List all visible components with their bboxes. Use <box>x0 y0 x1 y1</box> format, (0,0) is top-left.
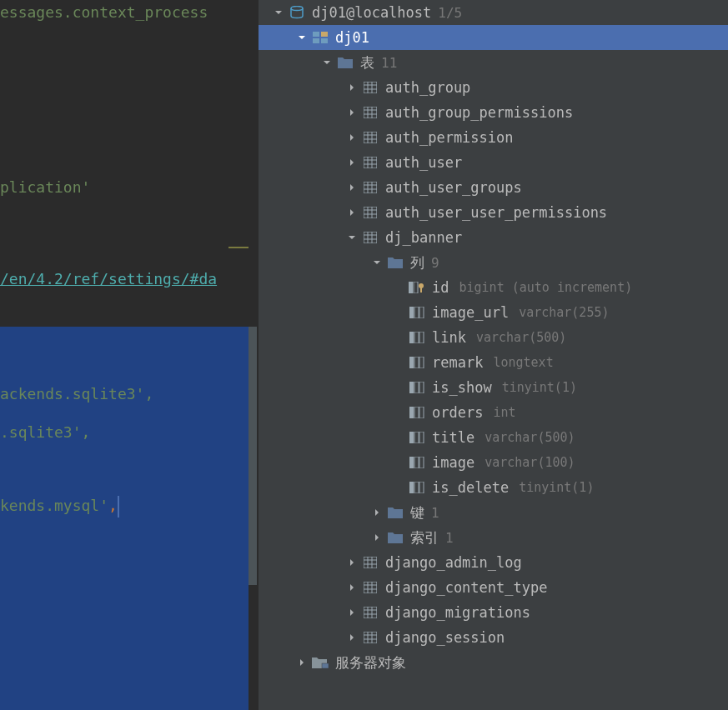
selected-code-block[interactable]: ackends.sqlite3', .sqlite3', kends.mysql… <box>0 327 249 710</box>
server-objects-label: 服务器对象 <box>335 653 406 672</box>
column-node[interactable]: image_urlvarchar(255) <box>259 300 728 325</box>
server-objects-node[interactable]: 服务器对象 <box>259 650 728 675</box>
column-label: is_show <box>432 379 492 396</box>
chevron-right-icon[interactable] <box>347 608 357 618</box>
table-label: django_admin_log <box>385 554 522 571</box>
chevron-right-icon[interactable] <box>347 582 357 592</box>
column-label: link <box>432 329 466 346</box>
column-node[interactable]: linkvarchar(500) <box>259 325 728 350</box>
column-node[interactable]: titlevarchar(500) <box>259 425 728 450</box>
folder-label: 列 <box>410 253 424 272</box>
columns-folder-node[interactable]: 列 9 <box>259 250 728 275</box>
svg-rect-61 <box>419 432 424 443</box>
chevron-down-icon[interactable] <box>372 258 382 268</box>
folder-count: 11 <box>381 55 397 71</box>
db-connection-node[interactable]: dj01@localhost 1/5 <box>259 0 728 25</box>
svg-rect-73 <box>364 582 377 593</box>
column-node[interactable]: is_showtinyint(1) <box>259 375 728 400</box>
chevron-down-icon[interactable] <box>322 58 332 68</box>
table-node[interactable]: auth_user_user_permissions <box>259 200 728 225</box>
vertical-scrollbar[interactable] <box>249 327 257 585</box>
table-node[interactable]: auth_group <box>259 75 728 100</box>
svg-rect-48 <box>414 332 419 343</box>
svg-rect-52 <box>419 357 424 368</box>
column-icon <box>409 331 425 344</box>
column-node[interactable]: ordersint <box>259 400 728 425</box>
table-node-expanded[interactable]: dj_banner <box>259 225 728 250</box>
code-line[interactable]: kends.mysql', <box>0 487 249 525</box>
schema-icon <box>312 31 329 44</box>
table-node[interactable]: auth_user <box>259 150 728 175</box>
chevron-down-icon[interactable] <box>297 32 307 42</box>
svg-rect-59 <box>409 432 414 443</box>
database-tree-panel: dj01@localhost 1/5 dj01 表 11 auth_groupa… <box>257 0 728 710</box>
chevron-right-icon[interactable] <box>347 182 357 192</box>
svg-rect-55 <box>419 382 424 393</box>
code-line[interactable]: .sqlite3', <box>0 413 249 452</box>
folder-icon <box>387 256 404 269</box>
column-icon <box>409 381 425 394</box>
column-node[interactable]: imagevarchar(100) <box>259 450 728 475</box>
column-icon <box>409 406 425 419</box>
code-line[interactable]: ackends.sqlite3', <box>0 375 249 413</box>
column-node[interactable]: remarklongtext <box>259 350 728 375</box>
svg-rect-50 <box>409 357 414 368</box>
table-node[interactable]: django_content_type <box>259 575 728 600</box>
folder-icon <box>337 56 354 69</box>
table-icon <box>362 156 379 169</box>
table-node[interactable]: auth_user_groups <box>259 175 728 200</box>
chevron-right-icon[interactable] <box>347 108 357 118</box>
column-label: image <box>432 454 474 471</box>
table-icon <box>362 81 379 94</box>
chevron-right-icon[interactable] <box>347 82 357 92</box>
svg-rect-63 <box>414 457 419 468</box>
column-node[interactable]: is_deletetinyint(1) <box>259 475 728 500</box>
svg-rect-62 <box>409 457 414 468</box>
table-icon <box>362 231 379 244</box>
chevron-right-icon[interactable] <box>347 158 357 168</box>
table-node[interactable]: auth_group_permissions <box>259 100 728 125</box>
chevron-right-icon[interactable] <box>347 132 357 142</box>
column-node[interactable]: idbigint (auto increment) <box>259 275 728 300</box>
chevron-down-icon[interactable] <box>274 8 284 18</box>
column-icon <box>409 481 425 494</box>
chevron-right-icon[interactable] <box>372 508 382 518</box>
chevron-right-icon[interactable] <box>347 632 357 642</box>
column-label: title <box>432 429 474 446</box>
tables-folder-node[interactable]: 表 11 <box>259 50 728 75</box>
indexes-folder-node[interactable]: 索引 1 <box>259 525 728 550</box>
svg-rect-2 <box>321 32 328 37</box>
table-label: auth_user <box>385 154 462 171</box>
svg-rect-35 <box>364 232 377 243</box>
column-type: tinyint(1) <box>519 480 594 495</box>
chevron-right-icon[interactable] <box>372 532 382 542</box>
svg-rect-3 <box>313 38 319 43</box>
svg-rect-46 <box>419 307 424 318</box>
folder-count: 1 <box>431 505 439 521</box>
chevron-down-icon[interactable] <box>347 232 357 242</box>
folder-count: 1 <box>445 530 454 546</box>
column-type: varchar(255) <box>519 305 609 320</box>
connection-label: dj01@localhost <box>312 4 431 21</box>
chevron-right-icon[interactable] <box>347 208 357 218</box>
column-type: tinyint(1) <box>502 380 577 395</box>
table-node[interactable]: django_admin_log <box>259 550 728 575</box>
svg-rect-20 <box>364 157 377 168</box>
table-label: auth_user_groups <box>385 179 522 196</box>
chevron-right-icon[interactable] <box>347 558 357 568</box>
code-line[interactable]: essages.context_process <box>0 0 257 25</box>
svg-rect-56 <box>409 407 414 418</box>
table-node[interactable]: django_session <box>259 625 728 650</box>
svg-rect-40 <box>409 282 413 293</box>
svg-rect-47 <box>409 332 414 343</box>
code-line[interactable]: plication' <box>0 175 257 200</box>
chevron-right-icon[interactable] <box>297 658 307 668</box>
keys-folder-node[interactable]: 键 1 <box>259 500 728 525</box>
db-schema-node[interactable]: dj01 <box>259 25 728 50</box>
code-line[interactable]: /en/4.2/ref/settings/#da <box>0 267 257 292</box>
connection-count: 1/5 <box>438 5 462 21</box>
svg-rect-53 <box>409 382 414 393</box>
table-label: django_session <box>385 629 505 646</box>
table-node[interactable]: django_migrations <box>259 600 728 625</box>
table-node[interactable]: auth_permission <box>259 125 728 150</box>
